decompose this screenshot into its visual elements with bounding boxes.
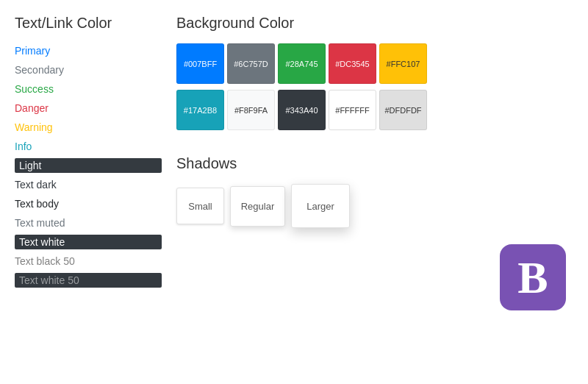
bootstrap-letter: B <box>517 252 548 304</box>
swatch-light-gray: #DFDFDF <box>379 90 427 130</box>
color-swatches: #007BFF #6C757D #28A745 #DC3545 #FFC107 … <box>176 43 573 133</box>
shadow-larger: Larger <box>291 184 350 228</box>
swatch-dark: #343A40 <box>278 90 326 130</box>
text-link-color-title: Text/Link Color <box>15 15 162 32</box>
shadows-title: Shadows <box>176 155 573 172</box>
swatch-primary: #007BFF <box>176 43 224 84</box>
color-danger: Danger <box>15 101 162 115</box>
background-color-section: Background Color #007BFF #6C757D #28A745… <box>176 15 573 133</box>
swatch-success: #28A745 <box>278 43 326 84</box>
shadow-items: Small Regular Larger <box>176 184 573 228</box>
swatch-info: #17A2B8 <box>176 90 224 130</box>
shadow-small: Small <box>176 188 224 224</box>
swatch-warning: #FFC107 <box>379 43 427 84</box>
color-text-black-50: Text black 50 <box>15 254 162 269</box>
color-secondary: Secondary <box>15 63 162 77</box>
color-list: Primary Secondary Success Danger Warning… <box>15 43 162 288</box>
left-column: Text/Link Color Primary Secondary Succes… <box>15 15 162 288</box>
swatch-row-2: #17A2B8 #F8F9FA #343A40 #FFFFFF #DFDFDF <box>176 90 427 130</box>
color-text-dark: Text dark <box>15 177 162 192</box>
shadows-section: Shadows Small Regular Larger <box>176 155 573 228</box>
color-info: Info <box>15 139 162 154</box>
color-success: Success <box>15 82 162 96</box>
swatch-light: #F8F9FA <box>227 90 275 130</box>
bootstrap-logo: B <box>500 244 566 310</box>
color-light: Light <box>15 158 162 173</box>
swatch-row-1: #007BFF #6C757D #28A745 #DC3545 #FFC107 <box>176 43 427 84</box>
color-primary: Primary <box>15 43 162 58</box>
swatch-white: #FFFFFF <box>329 90 376 130</box>
color-text-white: Text white <box>15 235 162 249</box>
swatch-secondary: #6C757D <box>227 43 275 84</box>
color-warning: Warning <box>15 120 162 135</box>
shadow-regular: Regular <box>230 186 285 227</box>
color-text-white-50: Text white 50 <box>15 273 162 288</box>
color-text-body: Text body <box>15 196 162 211</box>
swatch-danger: #DC3545 <box>329 43 376 84</box>
color-text-muted: Text muted <box>15 216 162 230</box>
background-color-title: Background Color <box>176 15 573 32</box>
